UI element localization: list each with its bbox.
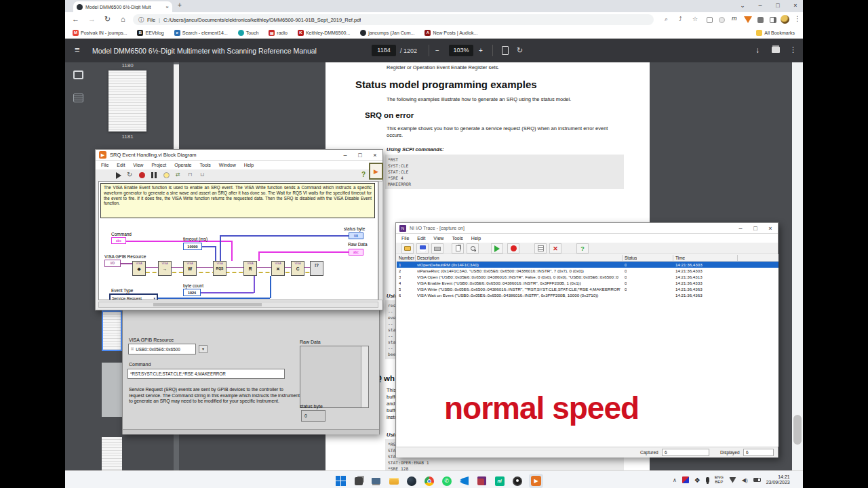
- visa-read-node[interactable]: VISAR: [243, 261, 257, 276]
- browser-menu-icon[interactable]: ⋮: [794, 15, 801, 22]
- trace-row[interactable]: 6 VISA Wait on Event ("USB0::0x05E6::0x6…: [397, 292, 778, 298]
- menu-item[interactable]: Edit: [117, 163, 125, 167]
- trace-row[interactable]: 5 VISA Write ("USB0::0x05E6::0x6500::043…: [397, 286, 778, 292]
- remote-desktop-button[interactable]: [370, 475, 382, 487]
- dark-app-button[interactable]: [406, 475, 417, 487]
- language-indicator[interactable]: ENGBEP: [715, 475, 724, 485]
- menu-item[interactable]: Window: [219, 163, 236, 167]
- page-thumbnail[interactable]: [102, 363, 122, 417]
- open-button[interactable]: [401, 243, 414, 253]
- vscode-button[interactable]: [458, 475, 470, 487]
- bookmark-item[interactable]: Touch: [238, 30, 259, 36]
- bookmark-star-icon[interactable]: ☆: [692, 16, 698, 22]
- pdf-zoom-level[interactable]: 103%: [449, 45, 473, 56]
- pdf-rotate-icon[interactable]: ↻: [517, 46, 523, 55]
- fp-raw-data-box[interactable]: [300, 346, 369, 408]
- page-thumbnail-selected[interactable]: [102, 310, 122, 351]
- browser-tab[interactable]: Model DMM6500 6½-Digit Mult ×: [73, 1, 172, 12]
- forward-icon[interactable]: →: [88, 15, 96, 23]
- pause-icon[interactable]: [151, 172, 157, 178]
- pdf-scrollbar[interactable]: [792, 62, 803, 470]
- window-minimize-button[interactable]: –: [753, 0, 768, 11]
- trace-list-header[interactable]: Number Description Status Time: [397, 254, 778, 262]
- bd-horizontal-scrollbar[interactable]: [98, 302, 378, 308]
- trace-row[interactable]: 3 VISA Open ("USB0::0x05E6::0x6500::0438…: [397, 274, 778, 280]
- options-button[interactable]: [534, 243, 547, 253]
- raw-data-indicator[interactable]: abc: [349, 249, 363, 256]
- pdf-more-icon[interactable]: ⋮: [789, 45, 797, 54]
- labview-button-active[interactable]: ▶: [529, 474, 543, 488]
- menu-item[interactable]: Project: [151, 163, 166, 167]
- wait-for-rqs-node[interactable]: VISARQS: [213, 261, 226, 276]
- clock[interactable]: 14:2123/09/2023: [766, 474, 790, 485]
- abort-icon[interactable]: [139, 172, 145, 178]
- context-help-icon[interactable]: ?: [361, 171, 366, 178]
- obs-button[interactable]: [511, 475, 523, 487]
- zoom-page-icon[interactable]: ⌕: [665, 16, 668, 23]
- ni-max-button[interactable]: [476, 475, 488, 487]
- volume-icon[interactable]: ◀): [742, 477, 748, 483]
- all-bookmarks-button[interactable]: All Bookmarks: [756, 30, 795, 36]
- print-button[interactable]: [431, 243, 443, 253]
- col-status[interactable]: Status: [625, 256, 637, 260]
- chrome-button[interactable]: [423, 475, 435, 487]
- menu-item[interactable]: File: [401, 236, 409, 241]
- fp-raw-data-scrollbar[interactable]: [361, 346, 368, 407]
- pdf-zoom-in-icon[interactable]: +: [479, 47, 483, 54]
- metamask-icon[interactable]: [744, 16, 752, 23]
- fp-resource-combo[interactable]: ⌸ USB0::0x05E6::0x6500: [128, 344, 196, 354]
- window-chevron-icon[interactable]: ⌄: [735, 0, 750, 11]
- trace-close-button[interactable]: ×: [763, 223, 778, 234]
- bd-titlebar[interactable]: ▶ SRQ Event Handling.vi Block Diagram – …: [96, 150, 382, 161]
- profile-avatar[interactable]: [781, 15, 789, 24]
- col-description[interactable]: Description: [417, 256, 439, 260]
- trace-row[interactable]: 4 VISA Enable Event ("USB0::0x05E6::0x65…: [397, 280, 778, 286]
- reload-icon[interactable]: ↻: [104, 15, 111, 24]
- start-button[interactable]: [335, 475, 347, 487]
- page-info-icon[interactable]: ⓘ: [138, 16, 144, 24]
- timeout-control[interactable]: 10000: [183, 243, 202, 250]
- highlight-execution-icon[interactable]: [163, 172, 170, 178]
- tray-ni-icon[interactable]: [682, 476, 689, 483]
- menu-item[interactable]: View: [433, 236, 443, 241]
- fp-horizontal-scrollbar[interactable]: [123, 429, 379, 434]
- home-icon[interactable]: ⌂: [121, 15, 125, 23]
- ni-green-button[interactable]: ni: [494, 475, 505, 487]
- bd-minimize-button[interactable]: –: [338, 150, 353, 161]
- new-tab-button[interactable]: +: [178, 1, 182, 9]
- menu-item[interactable]: View: [133, 163, 143, 167]
- tray-expand-icon[interactable]: ∧: [673, 477, 677, 483]
- visa-write-node[interactable]: VISAW: [183, 261, 197, 276]
- save-button[interactable]: [416, 243, 429, 253]
- tab-close-icon[interactable]: ×: [165, 4, 169, 10]
- error-handler-node[interactable]: !?: [310, 261, 323, 276]
- run-continuous-icon[interactable]: ↻: [127, 171, 132, 178]
- clear-button[interactable]: ✕: [549, 243, 561, 253]
- step-over-icon[interactable]: ⊓: [188, 171, 192, 178]
- share-icon[interactable]: ⤴: [679, 16, 682, 22]
- bookmark-item[interactable]: ▤radio: [269, 30, 288, 36]
- pdf-menu-icon[interactable]: ≡: [75, 45, 80, 55]
- wifi-icon[interactable]: [729, 477, 736, 483]
- menu-item[interactable]: Tools: [199, 163, 210, 167]
- command-terminal[interactable]: abc: [111, 237, 126, 244]
- menu-item[interactable]: Edit: [417, 236, 425, 241]
- visa-disable-event-node[interactable]: VISA✕: [271, 261, 285, 276]
- status-byte-indicator[interactable]: U8: [349, 232, 363, 239]
- task-view-button[interactable]: [353, 475, 364, 487]
- run-icon[interactable]: [116, 172, 121, 179]
- pdf-zoom-out-icon[interactable]: −: [435, 47, 439, 54]
- event-type-dropdown[interactable]: Service Request ▾: [109, 293, 158, 300]
- pdf-print-icon[interactable]: [772, 47, 780, 53]
- dropbox-icon[interactable]: ❖: [694, 476, 701, 484]
- extension-m-icon[interactable]: m: [732, 15, 737, 22]
- step-into-icon[interactable]: ⇄: [176, 171, 180, 178]
- bookmark-item[interactable]: KKeithley-DMM6500...: [298, 30, 350, 36]
- col-number[interactable]: Number: [399, 256, 414, 260]
- battery-icon[interactable]: [753, 478, 761, 482]
- fp-status-byte-box[interactable]: 0: [301, 410, 326, 422]
- menu-item[interactable]: Operate: [174, 163, 191, 167]
- trace-maximize-button[interactable]: □: [748, 223, 763, 234]
- thumbnails-view-icon[interactable]: [73, 70, 83, 79]
- page-thumbnail[interactable]: [108, 70, 146, 131]
